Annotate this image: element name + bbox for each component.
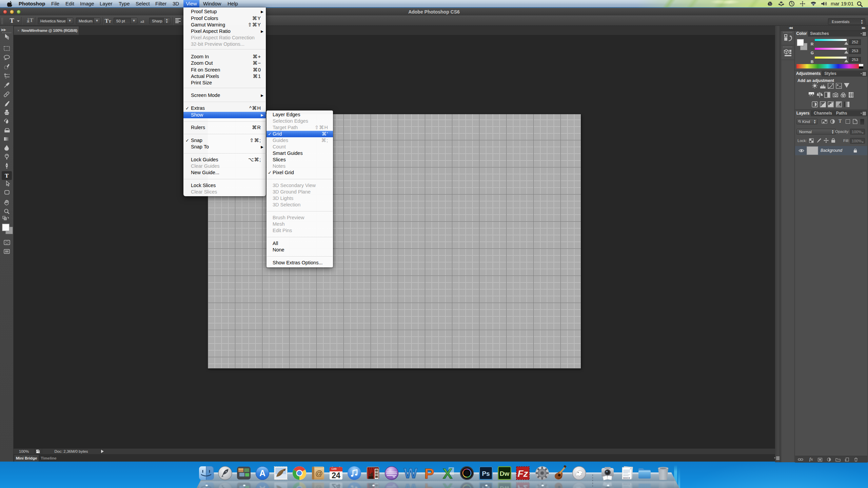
- svg-text:A: A: [259, 484, 265, 488]
- svg-text:W: W: [404, 481, 417, 488]
- svg-text:A: A: [259, 468, 265, 478]
- svg-text:P: P: [425, 481, 434, 488]
- svg-text:24: 24: [332, 482, 340, 488]
- svg-text:P: P: [425, 465, 434, 481]
- svg-text:@: @: [315, 485, 323, 488]
- svg-text:X: X: [443, 481, 453, 488]
- svg-text:Dw: Dw: [500, 485, 510, 488]
- svg-text:Dw: Dw: [500, 470, 510, 477]
- svg-text:Fz: Fz: [517, 468, 528, 479]
- svg-text:W: W: [404, 465, 417, 481]
- svg-text:24: 24: [332, 471, 340, 480]
- svg-text:Fz: Fz: [517, 483, 528, 488]
- svg-text:@: @: [315, 469, 323, 477]
- svg-text:DOCX: DOCX: [623, 477, 630, 479]
- svg-text:LUG: LUG: [332, 468, 337, 470]
- svg-text:DOCX: DOCX: [623, 483, 630, 485]
- svg-text:X: X: [443, 465, 453, 481]
- svg-text:Ps: Ps: [482, 470, 490, 477]
